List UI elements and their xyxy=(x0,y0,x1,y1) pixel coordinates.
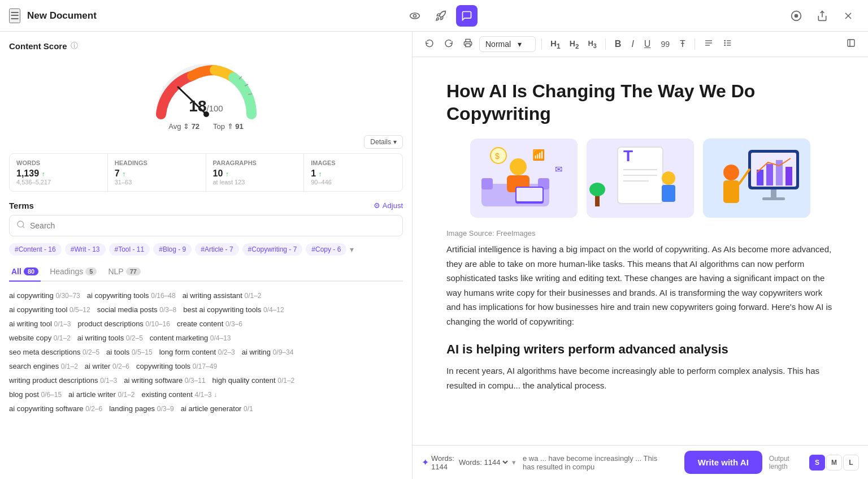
tab-headings[interactable]: Headings 5 xyxy=(47,262,99,282)
word-count-select[interactable]: Words: 1144 xyxy=(457,458,510,467)
tag-article[interactable]: #Article - 7 xyxy=(195,243,238,256)
separator xyxy=(695,38,695,50)
align-button[interactable] xyxy=(701,36,717,52)
share-button[interactable] xyxy=(811,5,833,27)
tag-tool[interactable]: #Tool - 11 xyxy=(109,243,150,256)
italic-button[interactable]: I xyxy=(628,37,637,51)
term-content-marketing: content marketing 0/4–13 xyxy=(150,334,231,342)
undo-button[interactable] xyxy=(422,36,437,52)
document-title: New Document xyxy=(27,10,97,21)
term-ai-article-generator: ai article generator 0/1 xyxy=(181,404,253,413)
tab-all[interactable]: All 80 xyxy=(9,262,41,282)
term-ai-writer: ai writer 0/2–6 xyxy=(85,362,129,370)
chat-button[interactable] xyxy=(456,5,478,27)
avg-label: Avg ⇕ 72 xyxy=(168,122,199,131)
info-icon[interactable]: ⓘ xyxy=(71,41,78,51)
print-button[interactable] xyxy=(460,36,476,52)
bold-button[interactable]: B xyxy=(611,37,625,51)
close-button[interactable] xyxy=(837,5,859,27)
search-box xyxy=(9,215,403,236)
record-button[interactable] xyxy=(785,5,807,27)
term-best-ai-copywriting-tools: best ai copywriting tools 0/4–12 xyxy=(183,305,284,314)
top-label: Top ⇑ 91 xyxy=(213,122,244,131)
terms-title: Terms xyxy=(9,201,34,210)
size-m-button[interactable]: M xyxy=(826,455,842,471)
score-denom: /100 xyxy=(206,103,223,113)
separator xyxy=(605,38,606,50)
word-count-info: ✦ Words: 1144 Words: 1144 ▾ xyxy=(422,454,516,471)
paragraphs-stat: PARAGRAPHS 10 ↑ at least 123 xyxy=(206,154,305,191)
eye-button[interactable] xyxy=(404,5,426,27)
details-button[interactable]: Details ▾ xyxy=(364,135,403,149)
special-button[interactable]: Ŧ xyxy=(676,37,689,51)
tag-writ[interactable]: #Writ - 13 xyxy=(65,243,106,256)
editor-toolbar: Normal ▾ H1 H2 H3 B I U 99 Ŧ xyxy=(413,32,868,57)
term-blog-post: blog post 0/6–15 xyxy=(9,390,62,399)
redo-button[interactable] xyxy=(441,36,457,52)
tags-expand-button[interactable]: ▾ xyxy=(350,245,354,254)
tab-nlp[interactable]: NLP 77 xyxy=(106,262,142,282)
images-stat: IMAGES 1 ↑ 90–446 xyxy=(304,154,402,191)
tag-copywriting[interactable]: #Copywriting - 7 xyxy=(242,243,303,256)
svg-point-30 xyxy=(510,158,527,175)
size-l-button[interactable]: L xyxy=(843,455,859,471)
header-left: ☰ New Document xyxy=(9,8,97,23)
adjust-button[interactable]: ⚙ Adjust xyxy=(374,201,403,210)
term-ai-writing: ai writing 0/9–34 xyxy=(242,348,294,356)
search-icon xyxy=(16,220,25,231)
svg-rect-14 xyxy=(466,44,470,46)
sub-heading-1[interactable]: AI is helping writers perform advanced a… xyxy=(446,342,834,357)
left-panel: Content Score ⓘ xyxy=(0,32,413,479)
term-ai-copywriting-software: ai copywriting software 0/2–6 xyxy=(9,404,102,413)
list-item: website copy 0/1–2 ai writing tools 0/2–… xyxy=(9,331,403,345)
h2-button[interactable]: H2 xyxy=(567,37,582,51)
svg-line-11 xyxy=(248,94,252,94)
h1-button[interactable]: H1 xyxy=(548,37,563,52)
term-ai-writing-tool: ai writing tool 0/1–3 xyxy=(9,320,71,328)
format-dropdown[interactable]: Normal ▾ xyxy=(479,36,536,52)
tag-copy[interactable]: #Copy - 6 xyxy=(306,243,346,256)
svg-point-22 xyxy=(724,42,725,43)
svg-point-12 xyxy=(18,221,24,227)
list-item: ai copywriting software 0/2–6 landing pa… xyxy=(9,402,403,416)
svg-rect-24 xyxy=(848,40,854,46)
document-heading[interactable]: How AI Is Changing The Way We Do Copywri… xyxy=(446,80,834,125)
chevron-down-icon: ▾ xyxy=(393,138,397,146)
main-layout: Content Score ⓘ xyxy=(0,0,868,479)
svg-text:$: $ xyxy=(495,152,500,161)
term-high-quality-content: high quality content 0/1–2 xyxy=(212,376,295,385)
tags-row: #Content - 16 #Writ - 13 #Tool - 11 #Blo… xyxy=(9,243,403,256)
list-item: blog post 0/6–15 ai article writer 0/1–2… xyxy=(9,387,403,402)
words-stat: WORDS 1,139 ↑ 4,536–5,217 xyxy=(10,154,108,191)
size-s-button[interactable]: S xyxy=(809,455,825,471)
svg-rect-56 xyxy=(723,180,739,203)
rocket-button[interactable] xyxy=(430,5,452,27)
quote-button[interactable]: 99 xyxy=(657,37,673,51)
score-number: 18 xyxy=(189,97,206,115)
h3-button[interactable]: H3 xyxy=(585,37,599,51)
list-item: writing product descriptions 0/1–3 ai wr… xyxy=(9,373,403,387)
term-product-descriptions: product descriptions 0/10–16 xyxy=(78,320,170,328)
svg-rect-28 xyxy=(481,178,493,189)
editor-content: How AI Is Changing The Way We Do Copywri… xyxy=(413,57,868,479)
menu-icon[interactable]: ☰ xyxy=(9,8,20,23)
list-button[interactable] xyxy=(720,36,736,52)
chevron-down-icon: ▾ xyxy=(518,40,522,49)
body-paragraph-2[interactable]: In recent years, AI algorithms have beco… xyxy=(446,364,834,392)
search-input[interactable] xyxy=(30,221,396,230)
term-copywriting-tools: copywriting tools 0/17–49 xyxy=(136,362,217,370)
tag-blog[interactable]: #Blog - 9 xyxy=(153,243,192,256)
ai-icon: ✦ xyxy=(422,457,429,468)
sidebar-toggle-button[interactable] xyxy=(843,36,859,52)
separator xyxy=(541,38,542,50)
svg-rect-58 xyxy=(771,189,776,198)
term-ai-writing-tools: ai writing tools 0/2–5 xyxy=(77,334,143,342)
write-with-ai-button[interactable]: Write with AI xyxy=(684,451,762,474)
underline-button[interactable]: U xyxy=(641,37,654,51)
score-gauge: 18/100 Avg ⇕ 72 Top ⇑ 91 xyxy=(9,58,403,131)
body-paragraph-1[interactable]: Artificial intelligence is having a big … xyxy=(446,242,834,329)
svg-point-3 xyxy=(795,14,797,17)
headings-stat: HEADINGS 7 ↑ 31–63 xyxy=(108,154,206,191)
tag-content[interactable]: #Content - 16 xyxy=(9,243,62,256)
term-ai-copywriting-tools: ai copywriting tools 0/16–48 xyxy=(87,291,176,300)
